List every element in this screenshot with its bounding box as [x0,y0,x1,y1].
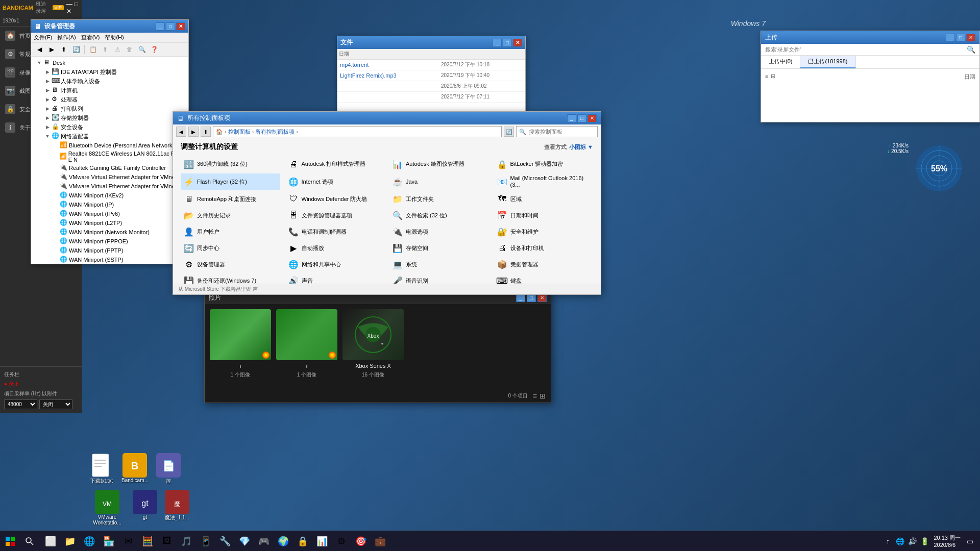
tree-root-item[interactable]: ▼ 🖥 Desk [35,58,187,67]
tb-refresh[interactable]: 🔄 [70,44,82,55]
tree-network[interactable]: ▼ 🌐 网络适配器 [43,132,187,141]
upload-tab-uploaded[interactable]: 已上传(101998) [800,56,855,68]
cp-item-sync[interactable]: 🔄 同步中心 [181,241,280,255]
cp-item-defender[interactable]: 🛡 Windows Defender 防火墙 [285,192,385,206]
tb-app5[interactable]: 🌍 [274,532,292,550]
cp-item-devmgr[interactable]: ⚙ 设备管理器 [181,257,280,271]
menu-help[interactable]: 帮助(H) [105,34,124,41]
cp-item-security[interactable]: 🔐 安全和维护 [494,224,594,239]
cp-item-datetime[interactable]: 📅 日期和时间 [494,208,594,222]
sort-btn[interactable]: 日期 [964,73,975,81]
tray-network[interactable]: 🌐 [895,536,905,546]
tb-app9[interactable]: 🎯 [352,532,370,550]
net-realtek-wifi[interactable]: 📶 Realtek 8821CE Wireless LAN 802.11ac P… [52,150,187,163]
net-wan-pptp[interactable]: 🌐 WAN Miniport (PPTP) [52,246,187,255]
cp-item-bitlocker[interactable]: 🔒 BitLocker 驱动器加密 [494,157,594,171]
cp-item-backup[interactable]: 💾 备份和还原(Windows 7) [181,273,280,284]
net-bt[interactable]: 📶 Bluetooth Device (Personal Area Networ… [52,141,187,150]
file-close[interactable]: ✕ [513,39,522,47]
cp-item-keyboard[interactable]: ⌨ 键盘 [494,273,594,284]
upload-search[interactable] [764,44,965,55]
photo-item-2[interactable]: i 1 个图像 [276,309,337,384]
cp-item-autodesk-plot[interactable]: 📊 Autodesk 绘图仪管理器 [389,157,489,171]
cp-item-devices[interactable]: 🖨 设备和打印机 [494,241,594,255]
tb-app3[interactable]: 💎 [235,532,254,550]
upload-maximize[interactable]: □ [956,34,965,42]
cp-address-bar[interactable]: 🏠 › 控制面板 › 所有控制面板项 › [213,126,502,137]
breadcrumb-cp[interactable]: 控制面板 [228,128,251,136]
root-toggle[interactable]: ▼ [36,60,42,66]
maximize-button[interactable]: □ [166,22,175,31]
tree-security[interactable]: ▶ 🔒 安全设备 [43,122,187,132]
net-vmnet8[interactable]: 🔌 VMware Virtual Ethernet Adapter for VM… [52,182,187,191]
desktop-file-bandicam[interactable]: B Bandicam... [121,453,149,485]
tb-help[interactable]: ❓ [149,44,160,55]
tb-up[interactable]: ⬆ [58,44,69,55]
cp-search-input[interactable] [529,129,595,135]
upload-minimize[interactable]: _ [946,34,955,42]
tray-upload[interactable]: ↑ [883,536,893,546]
cp-item-system[interactable]: 💻 系统 [389,257,489,271]
tree-computer[interactable]: ▶ 🖥 计算机 [43,86,187,95]
cp-item-credential[interactable]: 📦 凭据管理器 [494,257,594,271]
tree-storage[interactable]: ▶ 💽 存储控制器 [43,113,187,122]
cp-item-remoteapp[interactable]: 🖥 RemoteApp 和桌面连接 [181,192,280,206]
cp-item-ie[interactable]: 🌐 Internet 选项 [285,173,385,190]
cp-item-phone[interactable]: 📞 电话和调制解调器 [285,224,385,239]
tree-ide[interactable]: ▶ 💾 IDE ATA/ATAPI 控制器 [43,67,187,77]
breadcrumb-all[interactable]: 所有控制面板项 [255,128,295,136]
cp-item-user[interactable]: 👤 用户帐户 [181,224,280,239]
tb-back[interactable]: ◀ [34,44,45,55]
cp-item-filesearch[interactable]: 🔍 文件检索 (32 位) [389,208,489,222]
tb-disable[interactable]: ⚠ [112,44,123,55]
file-row-4[interactable]: 2020/7/12 下午 07:11 [337,92,525,103]
search-taskbar[interactable] [20,532,39,550]
net-wan-nm[interactable]: 🌐 WAN Miniport (Network Monitor) [52,228,187,237]
tb-edge[interactable]: 🌐 [80,532,99,550]
cp-item-storage[interactable]: 💾 存储空间 [389,241,489,255]
vmware-icon[interactable]: VM VMware Workstatio... [89,490,125,525]
cp-forward-btn[interactable]: ▶ [188,127,199,137]
cp-up-btn[interactable]: ⬆ [201,127,211,137]
list-view-btn[interactable]: ≡ [765,73,768,81]
cp-item-360[interactable]: 🔢 360强力卸载 (32 位) [181,157,280,171]
channel-select[interactable]: 关闭 立体声 [39,399,72,409]
menu-view[interactable]: 查看(V) [81,34,100,41]
minimize-button[interactable]: _ [156,22,165,31]
cp-item-flash[interactable]: ⚡ Flash Player (32 位) [181,173,280,190]
tb-explorer[interactable]: 📁 [61,532,79,550]
sample-rate-select[interactable]: 48000 44100 [4,399,37,409]
tray-battery[interactable]: 🔋 [919,536,929,546]
view-option[interactable]: 小图标 ▼ [569,143,593,151]
magic-icon[interactable]: 魔 魔法_1.1... [165,490,189,525]
tb-app7[interactable]: 📊 [313,532,331,550]
tb-props[interactable]: 📋 [87,44,99,55]
cp-item-speech[interactable]: 🎤 语音识别 [389,273,489,284]
tb-task-view[interactable]: ⬜ [41,532,60,550]
cp-item-filehistory[interactable]: 📂 文件历史记录 [181,208,280,222]
tb-store[interactable]: 🏪 [100,532,118,550]
tb-app10[interactable]: 💼 [371,532,389,550]
net-wan-ip[interactable]: 🌐 WAN Miniport (IP) [52,200,187,209]
menu-action[interactable]: 操作(A) [57,34,76,41]
cp-item-power[interactable]: 🔌 电源选项 [389,224,489,239]
tb-music[interactable]: 🎵 [177,532,195,550]
cp-item-autoplay[interactable]: ▶ 自动播放 [285,241,385,255]
tb-photos[interactable]: 🖼 [158,532,176,550]
net-wan-ipv6[interactable]: 🌐 WAN Miniport (IPv6) [52,209,187,218]
cp-item-region[interactable]: 🗺 区域 [494,192,594,206]
window-nav-icons[interactable]: — □ ✕ [66,1,79,15]
file-maximize[interactable]: □ [503,39,512,47]
tray-show-desktop[interactable]: ▭ [965,536,975,546]
tray-sound[interactable]: 🔊 [907,536,917,546]
tb-scan[interactable]: 🔍 [136,44,148,55]
cp-maximize[interactable]: □ [577,114,586,122]
cp-item-sound[interactable]: 🔊 声音 [285,273,385,284]
tb-uninstall[interactable]: 🗑 [124,44,135,55]
gt-icon[interactable]: gt gt [133,490,157,525]
upload-tab-uploading[interactable]: 上传中(0) [761,56,800,68]
tb-calc[interactable]: 🧮 [138,532,157,550]
net-wan-ikev2[interactable]: 🌐 WAN Miniport (IKEv2) [52,191,187,200]
desktop-file-other[interactable]: 📄 控 [156,453,181,485]
close-button[interactable]: ✕ [176,22,185,31]
